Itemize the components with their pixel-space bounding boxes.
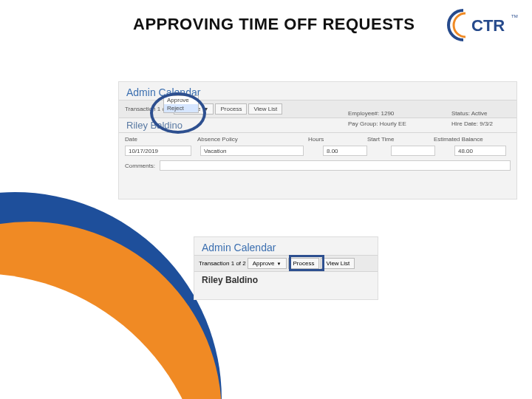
admin-calendar-panel-1: Admin Calendar Transaction 1 of 2 Approv… bbox=[118, 81, 517, 200]
svg-text:TM: TM bbox=[511, 14, 518, 18]
employee-num-label: Employee#: bbox=[348, 110, 379, 117]
comments-label: Comments: bbox=[125, 163, 155, 169]
employee-meta-right: Status: Active Hire Date: 9/3/2 bbox=[451, 109, 493, 129]
col-balance: Estimated Balance bbox=[434, 136, 508, 143]
transaction-bar-2: Transaction 1 of 2 Approve ▼ Process Vie… bbox=[194, 255, 378, 272]
start-field[interactable] bbox=[391, 146, 435, 156]
slide: APPROVING TIME OFF REQUESTS CTR TM Admin… bbox=[0, 0, 532, 399]
date-field[interactable]: 10/17/2019 bbox=[125, 146, 191, 156]
chevron-down-icon: ▼ bbox=[277, 262, 282, 266]
col-start: Start Time bbox=[367, 136, 434, 143]
col-hours: Hours bbox=[308, 136, 367, 143]
col-date: Date bbox=[125, 136, 197, 143]
dropdown-option-approve[interactable]: Approve bbox=[164, 96, 198, 104]
view-list-button-2[interactable]: View List bbox=[321, 258, 355, 269]
hours-field[interactable]: 8.00 bbox=[323, 146, 367, 156]
col-policy: Absence Policy bbox=[197, 136, 308, 143]
hiredate-value: 9/3/2 bbox=[480, 120, 493, 127]
panel2-heading: Admin Calendar bbox=[194, 237, 378, 255]
chevron-down-icon: ▼ bbox=[204, 106, 209, 112]
admin-calendar-panel-2: Admin Calendar Transaction 1 of 2 Approv… bbox=[194, 236, 378, 300]
comments-input[interactable] bbox=[160, 160, 511, 171]
process-button-2[interactable]: Process bbox=[288, 258, 320, 269]
employee-meta-left: Employee#: 1290 Pay Group: Hourly EE bbox=[348, 109, 406, 129]
approve-label-2: Approve bbox=[253, 260, 275, 267]
paygroup-value: Hourly EE bbox=[380, 120, 406, 127]
status-value: Active bbox=[471, 110, 488, 117]
approve-dropdown-menu[interactable]: Approve Reject bbox=[163, 95, 199, 113]
comments-row: Comments: bbox=[119, 157, 516, 174]
slide-title: APPROVING TIME OFF REQUESTS bbox=[133, 15, 415, 34]
employee-name-2: Riley Baldino bbox=[194, 272, 378, 288]
balance-field: 48.00 bbox=[454, 146, 506, 156]
dropdown-option-reject[interactable]: Reject bbox=[164, 104, 198, 112]
transaction-label-2: Transaction 1 of 2 bbox=[199, 260, 246, 267]
table-headers: Date Absence Policy Hours Start Time Est… bbox=[119, 132, 516, 144]
process-button[interactable]: Process bbox=[215, 103, 247, 115]
hiredate-label: Hire Date: bbox=[451, 120, 478, 127]
status-label: Status: bbox=[451, 110, 470, 117]
logo-text: CTR bbox=[471, 16, 505, 35]
approve-dropdown-button-2[interactable]: Approve ▼ bbox=[248, 258, 287, 269]
policy-field[interactable]: Vacation bbox=[200, 146, 304, 156]
ctr-logo: CTR TM bbox=[437, 7, 519, 43]
employee-num-value: 1290 bbox=[381, 110, 394, 117]
paygroup-label: Pay Group: bbox=[348, 120, 378, 127]
table-row: 10/17/2019 Vacation 8.00 48.00 bbox=[119, 144, 516, 157]
view-list-button[interactable]: View List bbox=[248, 103, 282, 115]
